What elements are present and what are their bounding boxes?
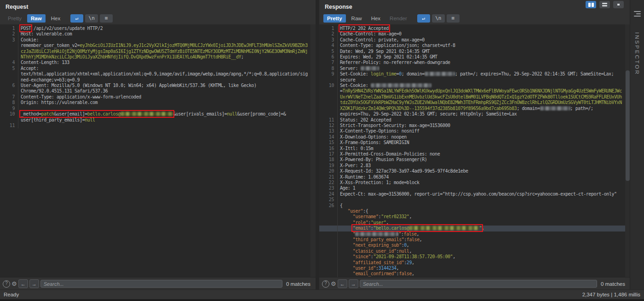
line-number: 8: [319, 66, 338, 71]
code-line: "classic_user_id":null,: [319, 249, 630, 254]
inspector-sidebar: INSPECTOR: [630, 0, 644, 290]
response-scrollbar-thumb[interactable]: [626, 70, 630, 181]
code-line: 6Expires: Wed, 29 Sep 2021 02:14:35 GMT: [319, 54, 630, 60]
columns-view-button[interactable]: [586, 1, 596, 8]
code-line: 3Cookie: remember_user_token_v2=eyJhbGci…: [0, 37, 316, 60]
line-number: 24: [319, 191, 338, 197]
request-editor[interactable]: 1POST /api/v2/users/update HTTP/22Host: …: [0, 24, 316, 277]
inspector-label[interactable]: INSPECTOR: [634, 32, 640, 75]
line-number: 12: [319, 123, 338, 128]
code-line: 16X-Ittl: 0:15m: [319, 146, 630, 151]
status-ready-text: Ready: [4, 292, 19, 297]
inspector-collapse-icon[interactable]: [634, 11, 641, 17]
response-header: Response: [319, 0, 630, 12]
response-tab-render[interactable]: Render: [386, 14, 411, 23]
code-line: "affiliated_site_id":29,: [319, 260, 630, 266]
rows-view-button[interactable]: [599, 1, 610, 8]
request-tab-raw[interactable]: Raw: [27, 14, 46, 23]
request-tab-pretty[interactable]: Pretty: [4, 14, 25, 23]
code-line: "username":"retr02332",: [319, 214, 630, 220]
code-line: 8Server:: [319, 66, 630, 71]
code-line: 13X-Content-Type-Options: nosniff: [319, 128, 630, 134]
redaction-blur: [361, 66, 379, 70]
request-match-count: 0 matches: [284, 281, 313, 287]
editor-menu-icon[interactable]: ≡: [447, 14, 460, 23]
code-line: 22X-Xss-Protection: 1; mode=block: [319, 180, 630, 185]
line-number: [319, 220, 338, 226]
code-line: 7Referrer-Policy: no-referrer-when-downg…: [319, 60, 630, 65]
response-editor[interactable]: 1HTTP/2 202 Accepted2Cache-Control: max-…: [319, 24, 630, 277]
single-view-button[interactable]: [613, 1, 624, 8]
line-number: [319, 249, 338, 254]
request-scrollbar[interactable]: [310, 24, 316, 277]
response-search-input[interactable]: [360, 280, 597, 288]
code-line: 4Content-Type: application/json; charset…: [319, 43, 630, 48]
prev-match-button[interactable]: ←: [338, 279, 347, 288]
next-match-button[interactable]: →: [349, 279, 358, 288]
code-line: 23Age: 1: [319, 185, 630, 191]
line-number: [319, 226, 338, 231]
code-line: 2Cache-Control: max-age=0: [319, 31, 630, 37]
line-number: 6: [319, 54, 338, 60]
line-number: 7: [319, 60, 338, 65]
line-number: 1: [0, 26, 18, 31]
line-number: 3: [319, 37, 338, 43]
wrap-toggle-icon[interactable]: ↵: [70, 14, 83, 23]
newline-toggle-icon[interactable]: \n: [85, 14, 98, 23]
editor-menu-icon[interactable]: ≡: [100, 14, 113, 23]
redaction-blur: [355, 232, 398, 236]
code-line: 19X-Pver: 2.83: [319, 163, 630, 168]
code-line: "role":"user",: [319, 220, 630, 226]
line-number: [319, 208, 338, 214]
response-tabbar: Pretty Raw Hex Render ↵ \n ≡: [319, 12, 630, 24]
line-number: 18: [319, 157, 338, 162]
help-icon[interactable]: ?: [3, 280, 10, 288]
response-match-count: 0 matches: [598, 281, 627, 287]
code-line: 11Status: 202 Accepted: [319, 117, 630, 123]
code-line: 12Strict-Transport-Security: max-age=315…: [319, 123, 630, 128]
next-match-button[interactable]: →: [29, 279, 39, 288]
code-line: 9Set-Cookie: login_time=0; domain=; path…: [319, 71, 630, 83]
response-searchbar: ? ⚙ ← → 0 matches: [319, 277, 630, 290]
line-number: 17: [319, 151, 338, 157]
annotation-redbox: "email":"bello.carlos@": [353, 226, 482, 231]
line-number: 19: [319, 163, 338, 168]
line-number: 7: [0, 94, 18, 100]
gear-icon[interactable]: ⚙: [12, 281, 17, 287]
line-number: 3: [0, 37, 18, 60]
code-line: 2Host: vulnerable.com: [0, 31, 316, 37]
code-line: 5Accept: text/html,application/xhtml+xml…: [0, 66, 316, 83]
line-number: 9: [319, 71, 338, 83]
line-number: [319, 243, 338, 248]
line-number: [319, 271, 338, 277]
code-line: 1POST /api/v2/users/update HTTP/2: [0, 26, 316, 31]
redaction-blur: [409, 226, 479, 230]
line-number: 9: [0, 106, 18, 111]
code-line: 3Cache-Control: private, max-age=0: [319, 37, 630, 43]
line-number: 10: [319, 83, 338, 117]
help-icon[interactable]: ?: [322, 280, 329, 288]
code-line: 11: [0, 123, 316, 128]
line-number: [319, 214, 338, 220]
code-line: 26{: [319, 203, 630, 208]
response-tab-pretty[interactable]: Pretty: [323, 14, 346, 23]
prev-match-button[interactable]: ←: [18, 279, 28, 288]
line-number: 5: [319, 49, 338, 54]
response-tab-hex[interactable]: Hex: [368, 14, 384, 23]
request-tabbar: Pretty Raw Hex ↵ \n ≡: [0, 12, 316, 24]
line-number: [319, 260, 338, 266]
request-tab-hex[interactable]: Hex: [47, 14, 64, 23]
newline-toggle-icon[interactable]: \n: [432, 14, 445, 23]
line-number: 2: [0, 31, 18, 37]
line-number: 15: [319, 140, 338, 145]
gear-icon[interactable]: ⚙: [331, 281, 336, 287]
line-number: 25: [319, 197, 338, 203]
code-line: 8Origin: https://vulnerable.com: [0, 100, 316, 105]
request-search-input[interactable]: [40, 280, 282, 288]
wrap-toggle-icon[interactable]: ↵: [417, 14, 430, 23]
response-tab-raw[interactable]: Raw: [348, 14, 366, 23]
layout-view-buttons: [586, 1, 624, 8]
request-panel: Request Pretty Raw Hex ↵ \n ≡ 1POST /api…: [0, 0, 316, 290]
code-line: 10Set-Cookie: =TnRySHN4ZVRsYWNSa1NLYWFEd…: [319, 83, 630, 117]
response-title: Response: [325, 4, 352, 10]
